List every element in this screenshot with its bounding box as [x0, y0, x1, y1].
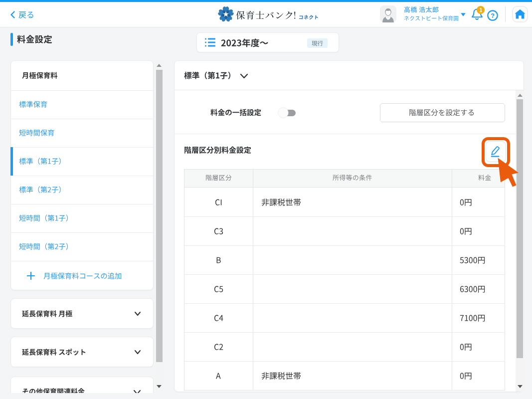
svg-text:?: ? [491, 12, 495, 19]
